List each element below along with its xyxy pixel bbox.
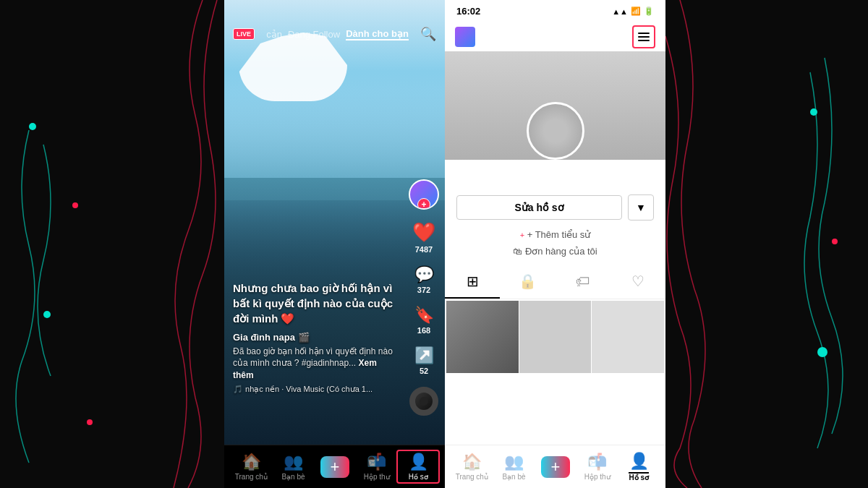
phone-left: 16:02 ▲▲ 📶 🔋 LIVE cản Đang Follow Dành c…: [224, 0, 445, 488]
profile-tabs: ⊞ 🔒 🏷 ♡: [445, 265, 665, 299]
tab-danh-cho-ban[interactable]: Dành cho bạn: [346, 28, 409, 40]
video-author[interactable]: Gia đình napa 🎬: [233, 332, 394, 343]
nav-item-home-right[interactable]: 🏠 Trang chủ: [456, 453, 488, 481]
nav-item-profile-right[interactable]: 👤 Hồ sơ: [623, 452, 655, 481]
tab-liked[interactable]: ♡: [610, 265, 665, 299]
music-disc: [409, 387, 438, 416]
comment-count: 372: [417, 286, 430, 294]
grid-item-3[interactable]: [592, 301, 664, 373]
video-text-overlay: Nhưng chưa bao giờ hối hận vì bất kì quy…: [233, 281, 394, 394]
phone-right: 16:02 ▲▲ 📶 🔋 Sửa hồ: [445, 0, 665, 488]
nav-item-inbox-left[interactable]: 📬 Hộp thư: [361, 453, 393, 481]
live-badge[interactable]: LIVE: [233, 28, 255, 40]
dot-teal-4: [817, 347, 827, 357]
dot-red-2: [87, 419, 93, 425]
video-quote: Nhưng chưa bao giờ hối hận vì bất kì quy…: [233, 281, 394, 326]
comment-button[interactable]: 💬 372: [414, 265, 434, 294]
bookmark-button[interactable]: 🔖 168: [414, 306, 434, 335]
bookmark-count: 168: [417, 326, 430, 335]
nav-bar-left: LIVE cản Đang Follow Dành cho bạn 🔍: [224, 20, 445, 45]
nav-item-create-right[interactable]: +: [540, 456, 571, 478]
profile-header-bar: [445, 20, 665, 51]
tab-locked[interactable]: 🔒: [500, 265, 555, 299]
profile-actions: Sửa hồ sơ ▼: [445, 160, 665, 226]
bottom-nav-left: 🏠 Trang chủ 👥 Bạn bè + 📬 Hộp thư 👤 Hồ sơ: [224, 445, 445, 488]
video-desc: Đã bao giờ bạn hối hận vì quyết định nào…: [233, 346, 394, 382]
tab-videos[interactable]: ⊞: [445, 265, 500, 299]
add-bio-row[interactable]: + + Thêm tiểu sử: [445, 226, 665, 243]
nav-item-inbox-right[interactable]: 📬 Hộp thư: [582, 453, 613, 481]
tab-dang-follow[interactable]: Đang Follow: [288, 29, 340, 40]
profile-cover: [445, 51, 665, 160]
nav-item-friends-left[interactable]: 👥 Bạn bè: [277, 453, 309, 481]
share-button[interactable]: ↗️ 52: [414, 346, 434, 375]
nav-item-create-left[interactable]: +: [319, 456, 351, 478]
bg-right: [665, 0, 868, 488]
bottom-nav-right: 🏠 Trang chủ 👥 Bạn bè + 📬 Hộp thư 👤 Hồ sơ: [445, 445, 665, 488]
like-count: 7487: [415, 245, 433, 254]
profile-avatar-thumb[interactable]: [455, 27, 475, 47]
status-bar-right: 16:02 ▲▲ 📶 🔋: [445, 0, 665, 20]
status-icons-right: ▲▲ 📶 🔋: [612, 7, 654, 16]
orders-row[interactable]: 🛍 Đơn hàng của tôi: [445, 243, 665, 260]
dot-red-1: [72, 202, 78, 208]
grid-item-1[interactable]: [446, 301, 519, 373]
tab-tagged[interactable]: 🏷: [556, 265, 610, 299]
nav-item-friends-right[interactable]: 👥 Bạn bè: [498, 453, 529, 481]
nav-item-home-left[interactable]: 🏠 Trang chủ: [235, 453, 268, 481]
edit-profile-button[interactable]: Sửa hồ sơ: [456, 195, 622, 220]
like-button[interactable]: ❤️ 7487: [412, 221, 435, 254]
tab-can[interactable]: cản: [266, 29, 282, 40]
music-disc-inner: [420, 397, 428, 406]
nav-item-profile-left[interactable]: 👤 Hồ sơ: [402, 453, 434, 481]
grid-item-2[interactable]: [519, 301, 592, 373]
search-icon[interactable]: 🔍: [420, 26, 436, 42]
phones-container: 16:02 ▲▲ 📶 🔋 LIVE cản Đang Follow Dành c…: [224, 0, 665, 488]
profile-picture[interactable]: [527, 102, 584, 160]
share-count: 52: [420, 367, 428, 375]
bg-left: [0, 0, 224, 488]
music-info: 🎵 nhạc nền · Viva Music (Có chưa 1...: [233, 385, 394, 394]
dropdown-button[interactable]: ▼: [628, 194, 654, 221]
dot-teal-2: [43, 311, 51, 318]
dot-red-3: [832, 239, 838, 244]
profile-grid: [445, 299, 665, 374]
nav-tabs: cản Đang Follow Dành cho bạn: [255, 28, 420, 40]
time-right: 16:02: [456, 6, 480, 17]
menu-button[interactable]: [632, 25, 655, 48]
author-avatar[interactable]: [409, 179, 439, 210]
side-actions: ❤️ 7487 💬 372 🔖 168 ↗️ 52: [409, 179, 439, 416]
dot-teal-1: [29, 123, 36, 130]
dot-teal-3: [810, 108, 817, 116]
